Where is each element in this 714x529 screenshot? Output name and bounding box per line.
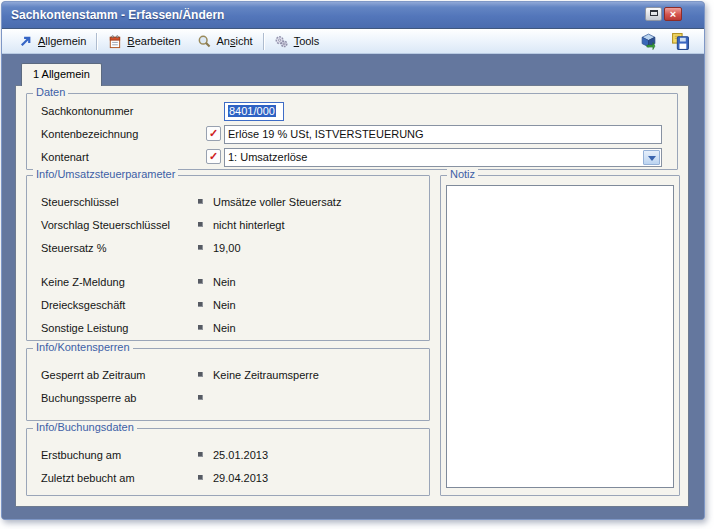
- info-value: nicht hinterlegt: [213, 219, 285, 231]
- group-umsatzsteuerparameter: Info/Umsatzsteuerparameter Steuerschlüss…: [26, 175, 430, 341]
- content-area: 1 Allgemein Daten Sachkontonummer 8401/0…: [2, 54, 704, 519]
- kontenart-select[interactable]: 1: Umsatzerlöse: [224, 148, 662, 167]
- field-label: Kontenart: [41, 151, 89, 163]
- field-label: Kontenbezeichnung: [41, 128, 138, 140]
- menu-label: Tools: [294, 35, 320, 47]
- value-bullet: [198, 222, 203, 227]
- menu-allgemein[interactable]: Allgemein: [10, 31, 94, 52]
- info-value: Keine Zeitraumsperre: [213, 369, 319, 381]
- app-window: Sachkontenstamm - Erfassen/Ändern × Allg…: [1, 1, 705, 520]
- value-bullet: [198, 372, 203, 377]
- info-row: Erstbuchung am 25.01.2013: [27, 443, 429, 466]
- window-title: Sachkontenstamm - Erfassen/Ändern: [11, 8, 224, 22]
- group-title: Notiz: [447, 168, 478, 180]
- toolbar: Allgemein Bearbeiten Ansicht: [2, 29, 704, 54]
- dropdown-triangle: [648, 156, 656, 165]
- menu-label-part: ools: [299, 35, 319, 47]
- value-bullet: [198, 475, 203, 480]
- info-row: Steuerschlüssel Umsätze voller Steuersat…: [27, 190, 429, 213]
- chevron-down-icon[interactable]: [643, 150, 660, 165]
- close-button[interactable]: ×: [664, 7, 682, 21]
- info-value: Nein: [213, 322, 236, 334]
- selected-option: 1: Umsatzerlöse: [228, 151, 307, 163]
- info-value: 19,00: [213, 242, 241, 254]
- kontenbezeichnung-input[interactable]: Erlöse 19 % USt, ISTVERSTEUERUNG: [224, 125, 662, 144]
- info-label: Buchungssperre ab: [27, 392, 198, 404]
- group-buchungsdaten: Info/Buchungsdaten Erstbuchung am 25.01.…: [26, 428, 430, 496]
- sachkontonummer-input[interactable]: 8401/000: [224, 102, 284, 121]
- info-label: Steuersatz %: [27, 242, 198, 254]
- check-icon: ✓: [209, 150, 218, 162]
- menu-ansicht[interactable]: Ansicht: [189, 31, 261, 52]
- notiz-textarea[interactable]: [446, 185, 674, 488]
- value-bullet: [198, 452, 203, 457]
- menu-tools[interactable]: Tools: [266, 31, 328, 52]
- gears-icon: [274, 34, 289, 49]
- field-row-sachkontonummer: Sachkontonummer 8401/000: [27, 102, 677, 122]
- menu-label-part: icht: [236, 35, 253, 47]
- info-rows: Erstbuchung am 25.01.2013 Zuletzt bebuch…: [27, 443, 429, 489]
- value-bullet: [198, 395, 203, 400]
- package-icon: [639, 32, 658, 51]
- info-label: Zuletzt bebucht am: [27, 472, 198, 484]
- info-rows: Gesperrt ab Zeitraum Keine Zeitraumsperr…: [27, 363, 429, 409]
- info-row: Zuletzt bebucht am 29.04.2013: [27, 466, 429, 489]
- field-row-kontenbezeichnung: Kontenbezeichnung ✓ Erlöse 19 % USt, IST…: [27, 125, 677, 145]
- field-label: Sachkontonummer: [41, 105, 133, 117]
- info-label: Sonstige Leistung: [27, 322, 198, 334]
- save-icon: [671, 32, 690, 51]
- info-row: Sonstige Leistung Nein: [27, 316, 429, 339]
- notepad-icon: [107, 34, 122, 49]
- group-kontensperren: Info/Kontensperren Gesperrt ab Zeitraum …: [26, 348, 430, 421]
- toolbar-separator: [96, 33, 97, 50]
- menu-label: Allgemein: [38, 35, 86, 47]
- group-notiz: Notiz: [440, 175, 680, 496]
- info-label: Keine Z-Meldung: [27, 276, 198, 288]
- info-label: Vorschlag Steuerschlüssel: [27, 219, 198, 231]
- package-button[interactable]: [639, 32, 658, 51]
- info-row: Vorschlag Steuerschlüssel nicht hinterle…: [27, 213, 429, 236]
- info-row: Buchungssperre ab: [27, 386, 429, 409]
- close-icon: ×: [670, 8, 676, 20]
- field-row-kontenart: Kontenart ✓ 1: Umsatzerlöse: [27, 148, 677, 168]
- group-title: Daten: [33, 86, 68, 98]
- toolbar-separator: [263, 33, 264, 50]
- check-icon: ✓: [209, 127, 218, 139]
- info-value: Nein: [213, 276, 236, 288]
- menu-label-part: An: [217, 35, 230, 47]
- value-bullet: [198, 279, 203, 284]
- info-row: Keine Z-Meldung Nein: [27, 270, 429, 293]
- main-panel: Daten Sachkontonummer 8401/000 Kontenbez…: [15, 85, 689, 507]
- menu-bearbeiten[interactable]: Bearbeiten: [99, 31, 188, 52]
- info-label: Erstbuchung am: [27, 449, 198, 461]
- confirm-check-button[interactable]: ✓: [206, 126, 221, 141]
- value-bullet: [198, 302, 203, 307]
- selected-text: 8401/000: [228, 105, 276, 117]
- confirm-check-button[interactable]: ✓: [206, 149, 221, 164]
- info-value: Nein: [213, 299, 236, 311]
- magnifier-icon: [197, 34, 212, 49]
- tab-allgemein[interactable]: 1 Allgemein: [21, 63, 102, 86]
- menu-label-part: llgemein: [45, 35, 86, 47]
- arrow-up-right-icon: [18, 34, 33, 49]
- info-value: Umsätze voller Steuersatz: [213, 196, 341, 208]
- info-row: Gesperrt ab Zeitraum Keine Zeitraumsperr…: [27, 363, 429, 386]
- info-value: 29.04.2013: [213, 472, 268, 484]
- maximize-icon: [650, 10, 658, 16]
- value-bullet: [198, 245, 203, 250]
- info-label: Gesperrt ab Zeitraum: [27, 369, 198, 381]
- group-title: Info/Buchungsdaten: [33, 421, 137, 433]
- maximize-button[interactable]: [645, 7, 662, 21]
- info-row: Steuersatz % 19,00: [27, 236, 429, 259]
- value-bullet: [198, 325, 203, 330]
- value-bullet: [198, 199, 203, 204]
- group-title: Info/Umsatzsteuerparameter: [33, 168, 178, 180]
- menu-access-key: B: [127, 35, 134, 47]
- info-label: Steuerschlüssel: [27, 196, 198, 208]
- menu-label: Bearbeiten: [127, 35, 180, 47]
- info-label: Dreiecksgeschäft: [27, 299, 198, 311]
- title-bar[interactable]: Sachkontenstamm - Erfassen/Ändern ×: [2, 2, 704, 29]
- info-rows: Steuerschlüssel Umsätze voller Steuersat…: [27, 190, 429, 339]
- menu-label-part: earbeiten: [135, 35, 181, 47]
- save-button[interactable]: [671, 32, 690, 51]
